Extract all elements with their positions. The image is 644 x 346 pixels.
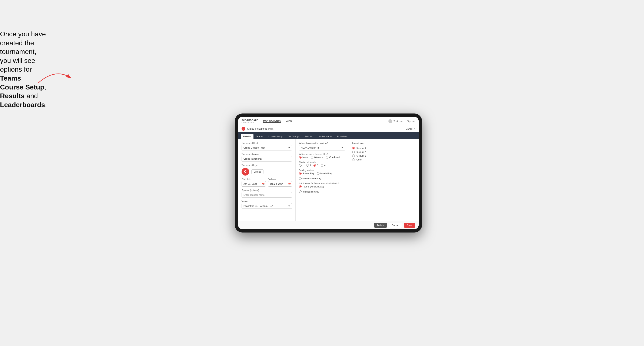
tournament-host-select[interactable]: Clippd College - Men xyxy=(242,145,292,151)
left-column: Tournament Host Clippd College - Men Tou… xyxy=(238,139,296,221)
rounds-1[interactable]: 1 xyxy=(299,164,304,167)
format-other-label: Other xyxy=(356,158,362,161)
start-date-wrap: 📅 xyxy=(242,181,266,186)
scoring-stroke-radio[interactable] xyxy=(299,172,302,175)
cancel-tournament-btn[interactable]: Cancel X xyxy=(406,128,415,130)
tab-course-setup[interactable]: Course Setup xyxy=(266,134,285,139)
end-date-label: End date xyxy=(268,178,292,180)
tournament-type: (Men) xyxy=(268,128,274,130)
format-6count5-label: 6 count 5 xyxy=(356,155,366,157)
top-navigation: SCOREBOARD Powered by clippd TOURNAMENTS… xyxy=(238,117,418,125)
individuals-only-radio[interactable] xyxy=(299,190,302,193)
scoring-medal-radio[interactable] xyxy=(299,177,302,180)
rounds-3-radio[interactable] xyxy=(314,164,316,167)
rounds-1-label: 1 xyxy=(302,164,304,167)
nav-links: TOURNAMENTS TEAMS xyxy=(262,119,388,123)
format-6count5-radio[interactable] xyxy=(352,155,355,157)
scoring-radio-group: Stroke Play Match Play Medal Match Play xyxy=(299,172,345,180)
rounds-3[interactable]: 3 xyxy=(314,164,318,167)
rounds-2[interactable]: 2 xyxy=(306,164,311,167)
format-other-radio[interactable] xyxy=(352,158,355,161)
rounds-1-radio[interactable] xyxy=(299,164,302,167)
teams-radio-group: Teams (+Individuals) Individuals Only xyxy=(299,185,345,193)
scoring-stroke[interactable]: Stroke Play xyxy=(299,172,314,175)
tournament-name-group: Tournament name xyxy=(242,153,292,162)
start-date-label: Start date xyxy=(242,178,266,180)
scoring-medal[interactable]: Medal Match Play xyxy=(299,177,321,180)
tournament-logo-label: Tournament logo xyxy=(242,164,292,167)
tab-results[interactable]: Results xyxy=(302,134,315,139)
teams-group: Is this event for Teams and/or Individua… xyxy=(299,182,345,193)
tournament-logo-group: Tournament logo C Upload xyxy=(242,164,292,175)
right-column: Format type 5 count 4 6 count 4 6 count … xyxy=(349,139,418,221)
scoring-match-label: Match Play xyxy=(320,172,332,175)
upload-button[interactable]: Upload xyxy=(251,170,264,174)
teams-plus-radio[interactable] xyxy=(299,185,302,188)
save-button[interactable]: Save xyxy=(404,223,415,228)
scoring-stroke-label: Stroke Play xyxy=(302,172,314,175)
gender-radio-group: Mens Womens Combined xyxy=(299,156,345,159)
teams-plus-individuals[interactable]: Teams (+Individuals) xyxy=(299,185,324,188)
nav-teams[interactable]: TEAMS xyxy=(284,119,292,123)
start-date-field: Start date 📅 xyxy=(242,178,266,186)
logo-text: SCOREBOARD xyxy=(242,119,258,122)
logo-upload-area: C Upload xyxy=(242,168,292,175)
format-5count4-radio[interactable] xyxy=(352,147,355,149)
gender-womens-radio[interactable] xyxy=(311,156,313,159)
gender-mens-radio[interactable] xyxy=(299,156,302,159)
tournament-header: C Clippd Invitational (Men) Cancel X xyxy=(238,125,418,132)
tab-tee-groups[interactable]: Tee Groups xyxy=(285,134,302,139)
tab-leaderboards[interactable]: Leaderboards xyxy=(315,134,334,139)
format-other-row: Other xyxy=(352,158,415,161)
rounds-2-label: 2 xyxy=(310,164,311,167)
rounds-2-radio[interactable] xyxy=(306,164,309,167)
format-6count4-radio[interactable] xyxy=(352,151,355,153)
rounds-label: Number of rounds xyxy=(299,161,345,164)
user-avatar xyxy=(388,119,392,123)
tab-details[interactable]: Details xyxy=(241,134,254,139)
rounds-group: Number of rounds 1 2 3 xyxy=(299,161,345,167)
rounds-4[interactable]: 4 xyxy=(321,164,326,167)
individuals-only-label: Individuals Only xyxy=(302,190,319,193)
tab-printables[interactable]: Printables xyxy=(334,134,350,139)
delete-button[interactable]: Delete xyxy=(374,223,387,228)
tournament-name: Clippd Invitational xyxy=(247,127,267,130)
nav-tournaments[interactable]: TOURNAMENTS xyxy=(262,119,281,123)
sign-out-link[interactable]: Sign out xyxy=(407,120,415,122)
end-date-icon: 📅 xyxy=(288,183,291,185)
logo-sub: Powered by clippd xyxy=(242,122,258,123)
scoring-match[interactable]: Match Play xyxy=(317,172,332,175)
bold-results: Results xyxy=(0,92,25,100)
rounds-radio-group: 1 2 3 4 xyxy=(299,164,345,167)
division-select[interactable]: NCAA Division III xyxy=(299,145,345,151)
format-6count4-row: 6 count 4 xyxy=(352,151,415,153)
scoring-match-radio[interactable] xyxy=(317,172,320,175)
gender-combined-radio[interactable] xyxy=(326,156,328,159)
sponsor-input[interactable] xyxy=(242,192,292,198)
footer: Delete Cancel Save xyxy=(238,221,418,229)
rounds-4-radio[interactable] xyxy=(321,164,323,167)
gender-combined[interactable]: Combined xyxy=(326,156,340,159)
end-date-wrap: 📅 xyxy=(268,181,292,186)
individuals-only[interactable]: Individuals Only xyxy=(299,190,319,193)
gender-mens-label: Mens xyxy=(302,156,308,159)
tournament-name-input[interactable] xyxy=(242,156,292,162)
cancel-button[interactable]: Cancel xyxy=(388,223,402,228)
venue-select[interactable]: Peachtree GC - Atlanta - GA xyxy=(242,203,292,209)
tablet-device: SCOREBOARD Powered by clippd TOURNAMENTS… xyxy=(235,114,422,232)
instruction-text: Once you have created the tournament, yo… xyxy=(0,30,49,109)
scoring-label: Scoring system xyxy=(299,169,345,172)
format-5count4-label: 5 count 4 xyxy=(356,147,366,149)
bold-teams: Teams xyxy=(0,74,21,82)
gender-womens[interactable]: Womens xyxy=(311,156,323,159)
tournament-name-label: Tournament name xyxy=(242,153,292,155)
logo-area: SCOREBOARD Powered by clippd xyxy=(242,119,258,123)
tab-teams[interactable]: Teams xyxy=(254,134,266,139)
format-type-section: 5 count 4 6 count 4 6 count 5 Other xyxy=(352,147,415,161)
format-5count4-row: 5 count 4 xyxy=(352,147,415,149)
tournament-icon: C xyxy=(242,127,246,131)
format-6count4-label: 6 count 4 xyxy=(356,151,366,153)
user-name: Test User xyxy=(394,120,403,122)
gender-mens[interactable]: Mens xyxy=(299,156,308,159)
tab-bar: Details Teams Course Setup Tee Groups Re… xyxy=(238,132,418,139)
